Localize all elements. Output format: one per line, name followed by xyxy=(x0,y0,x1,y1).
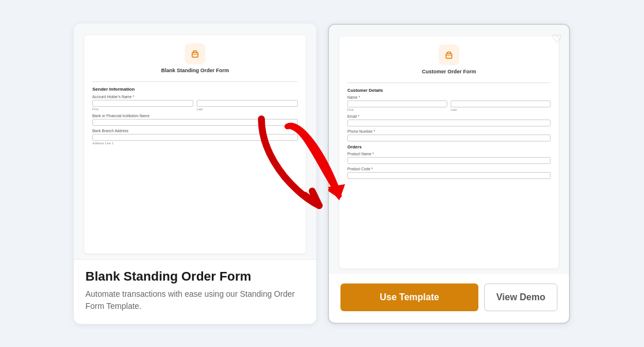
bank-address-label: Bank Branch Address xyxy=(92,129,298,133)
product-code-label: Product Code * xyxy=(347,167,551,171)
left-section-title: Sender Information xyxy=(92,87,298,92)
bank-name-label: Bank or Financial Institution Name xyxy=(92,114,298,118)
left-card-name: Blank Standing Order Form xyxy=(85,269,305,284)
right-card-actions: Use Template View Demo xyxy=(329,274,569,323)
use-template-button[interactable]: Use Template xyxy=(340,283,478,311)
customer-details-label: Customer Details xyxy=(347,88,551,93)
svg-rect-0 xyxy=(192,53,198,57)
phone-label: Phone Number * xyxy=(347,129,551,133)
right-last-name-input[interactable] xyxy=(451,100,551,107)
left-card-desc: Automate transactions with ease using ou… xyxy=(85,288,305,312)
first-name-input[interactable] xyxy=(92,100,193,107)
last-name-input[interactable] xyxy=(197,100,298,107)
address-line1-label: Address Line 1 xyxy=(92,141,298,145)
page-wrapper: Blank Standing Order Form Sender Informa… xyxy=(0,0,644,347)
svg-rect-3 xyxy=(446,54,452,58)
left-form-title: Blank Standing Order Form xyxy=(161,68,229,73)
phone-input[interactable] xyxy=(347,135,551,141)
bank-address-input[interactable] xyxy=(92,134,298,141)
last-sublabel: Last xyxy=(197,107,298,111)
account-holder-label: Account Holder's Name * xyxy=(92,95,298,99)
right-first-name-input[interactable] xyxy=(347,100,447,107)
right-first-sublabel: First xyxy=(347,108,447,111)
right-last-sublabel: Last xyxy=(451,108,551,111)
product-code-input[interactable] xyxy=(347,172,551,179)
bank-name-input[interactable] xyxy=(92,119,298,126)
product-name-label: Product Name * xyxy=(347,152,551,156)
right-form-title: Customer Order Form xyxy=(422,69,476,74)
email-input[interactable] xyxy=(347,120,551,126)
first-sublabel: First xyxy=(92,107,193,111)
heart-button[interactable]: ♡ xyxy=(552,32,562,46)
right-briefcase-icon xyxy=(439,44,459,65)
view-demo-button[interactable]: View Demo xyxy=(484,283,557,311)
left-form-preview: Blank Standing Order Form Sender Informa… xyxy=(74,24,316,260)
right-form-preview: Customer Order Form Customer Details Nam… xyxy=(329,25,569,274)
orders-label: Orders xyxy=(347,144,551,150)
left-card-info: Blank Standing Order Form Automate trans… xyxy=(74,259,316,323)
left-card: Blank Standing Order Form Sender Informa… xyxy=(74,24,316,324)
name-label: Name * xyxy=(347,95,551,99)
email-label: Email * xyxy=(347,114,551,118)
product-name-input[interactable] xyxy=(347,157,551,164)
right-card: ♡ Customer Order Form Customer Details N… xyxy=(328,24,570,324)
briefcase-icon xyxy=(185,43,205,64)
